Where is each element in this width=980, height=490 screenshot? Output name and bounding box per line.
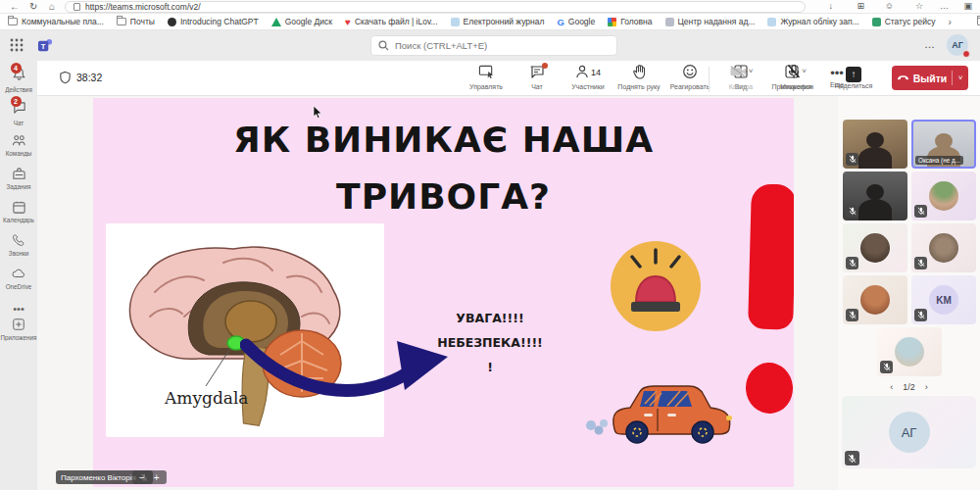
sidebar-item-more[interactable]: ••• bbox=[0, 302, 37, 318]
bookmark-item[interactable]: Центр надання ад... bbox=[665, 17, 756, 26]
camera-chevron-icon[interactable]: ˅ bbox=[749, 67, 754, 75]
page-next-button[interactable]: › bbox=[925, 382, 928, 392]
browser-refresh-icon[interactable]: ↻ bbox=[29, 0, 37, 13]
google-drive-icon bbox=[271, 18, 281, 26]
chatgpt-icon bbox=[168, 18, 176, 26]
zoom-in-button[interactable]: + bbox=[154, 472, 160, 483]
warning-text: УВАГА!!!! НЕБЕЗПЕКА!!!! ! bbox=[416, 306, 564, 379]
chat-button[interactable]: Чат bbox=[512, 64, 563, 90]
apps-plus-icon bbox=[0, 318, 37, 333]
exclamation-dot bbox=[744, 361, 794, 415]
camera-button[interactable]: ˅ Камера bbox=[713, 64, 768, 90]
teams-people-icon bbox=[0, 133, 37, 149]
page-indicator: 1/2 bbox=[903, 382, 915, 392]
mic-muted-icon bbox=[846, 153, 858, 166]
emblem-icon bbox=[665, 18, 674, 26]
participants-button[interactable]: 14 Участники bbox=[563, 64, 613, 90]
participant-avatar-tile[interactable] bbox=[843, 275, 907, 324]
mic-chevron-icon[interactable]: ˅ bbox=[802, 67, 807, 75]
bookmark-item[interactable]: GGoogle bbox=[557, 17, 595, 26]
divider bbox=[709, 67, 710, 92]
zoom-out-button[interactable]: − bbox=[139, 472, 145, 483]
mic-muted-icon bbox=[845, 451, 859, 466]
search-input[interactable] bbox=[370, 35, 617, 56]
more-icon: ••• bbox=[0, 302, 37, 318]
bookmark-item[interactable]: Статус рейсу bbox=[872, 17, 936, 26]
bookmark-item[interactable]: Коммунальные пла... bbox=[8, 17, 104, 26]
backpack-icon bbox=[0, 167, 37, 182]
page-prev-button[interactable]: ‹ bbox=[890, 382, 893, 392]
download-icon[interactable]: ↓ bbox=[829, 0, 834, 13]
split-screen-icon[interactable]: ⊞ bbox=[857, 0, 864, 13]
self-video-tile[interactable]: АГ bbox=[842, 396, 976, 468]
sidebar-item-apps[interactable]: Приложения bbox=[0, 318, 37, 341]
bookmark-item[interactable]: Почты bbox=[117, 17, 155, 26]
mic-muted-icon bbox=[914, 257, 927, 270]
sidebar-item-activity[interactable]: 4 Действия bbox=[0, 67, 37, 93]
share-button[interactable]: ↑ Поделиться bbox=[825, 64, 882, 89]
sidebar-panel-icon[interactable]: ▣ bbox=[963, 0, 972, 13]
browser-home-icon[interactable]: ⌂ bbox=[49, 0, 55, 13]
journal-icon bbox=[451, 18, 460, 26]
mic-muted-icon bbox=[846, 205, 858, 218]
address-bar[interactable]: https://teams.microsoft.com/v2/ bbox=[65, 1, 806, 13]
chat-icon: 2 bbox=[12, 100, 26, 116]
avatar bbox=[929, 233, 958, 263]
avatar bbox=[929, 181, 958, 211]
profile-avatar[interactable]: АГ bbox=[947, 34, 968, 56]
participant-avatar-tile[interactable]: KM bbox=[911, 275, 976, 324]
bookmark-item[interactable]: Головна bbox=[608, 17, 652, 26]
participant-video-tile-active-speaker[interactable]: Оксана (не д... bbox=[911, 120, 976, 169]
mic-muted-icon bbox=[846, 309, 858, 321]
smiley-icon bbox=[682, 64, 698, 80]
presence-busy-dot bbox=[962, 50, 970, 58]
bookmark-item[interactable]: Introducing ChatGPT bbox=[168, 17, 259, 26]
app-launcher-icon[interactable] bbox=[10, 38, 24, 52]
leave-chevron-icon[interactable]: ˅ bbox=[953, 74, 968, 82]
bookmarks-bar: Коммунальные пла... Почты Introducing Ch… bbox=[0, 14, 980, 30]
participant-video-tile[interactable] bbox=[843, 172, 907, 220]
flight-status-icon bbox=[872, 18, 881, 26]
participant-avatar-tile[interactable] bbox=[877, 327, 942, 376]
sidebar-item-calendar[interactable]: Календарь bbox=[0, 200, 37, 223]
participant-avatar-tile[interactable] bbox=[843, 223, 907, 272]
shared-presentation-slide: ЯК ВИНИКАЄ НАША ТРИВОГА? bbox=[93, 98, 794, 487]
phone-icon bbox=[0, 233, 37, 249]
leave-button[interactable]: Выйти ˅ bbox=[892, 66, 968, 90]
sidebar-item-calls[interactable]: Звонки bbox=[0, 233, 37, 257]
participants-pagination: ‹ 1/2 › bbox=[838, 382, 980, 392]
chat-bubble-icon bbox=[529, 64, 545, 80]
bookmark-item[interactable]: Журнал обліку зап... bbox=[767, 17, 858, 26]
avatar bbox=[860, 285, 890, 315]
sidebar-item-teams[interactable]: Команды bbox=[0, 133, 37, 157]
browser-back-icon[interactable]: ← bbox=[10, 0, 20, 13]
bookmark-item[interactable]: Google Диск bbox=[271, 17, 332, 26]
feedback-icon[interactable]: ☺ bbox=[885, 0, 894, 13]
manage-button[interactable]: Управлять bbox=[461, 64, 512, 90]
google-icon: G bbox=[557, 18, 564, 26]
mic-button[interactable]: ˅ Микрофон bbox=[768, 64, 825, 90]
url-text: https://teams.microsoft.com/v2/ bbox=[85, 2, 201, 12]
teams-top-bar: T … АГ bbox=[0, 30, 980, 61]
mouse-cursor-icon bbox=[313, 106, 324, 120]
topbar-more-icon[interactable]: … bbox=[924, 38, 935, 50]
bookmarks-overflow-icon[interactable]: › bbox=[949, 17, 952, 27]
mic-muted-icon bbox=[846, 257, 858, 270]
browser-menu-icon[interactable]: … bbox=[940, 0, 949, 13]
car-illustration bbox=[583, 382, 740, 445]
raise-hand-button[interactable]: Поднять руку bbox=[613, 64, 664, 90]
favorite-star-icon[interactable]: ☆ bbox=[915, 0, 923, 13]
participant-avatar-tile[interactable] bbox=[911, 223, 976, 272]
sidebar-item-assignments[interactable]: Задания bbox=[0, 167, 37, 190]
bookmark-item[interactable]: Електронний журнал bbox=[451, 17, 545, 26]
participant-video-tile[interactable] bbox=[843, 120, 907, 169]
bookmark-item[interactable]: ♥Скачать файл | iLov... bbox=[345, 17, 438, 26]
mic-muted-icon bbox=[914, 205, 927, 218]
meeting-timer: 38:32 bbox=[59, 71, 102, 84]
svg-text:T: T bbox=[41, 42, 46, 51]
sidebar-item-onedrive[interactable]: OneDrive bbox=[0, 267, 37, 290]
participant-avatar-tile[interactable] bbox=[911, 172, 976, 220]
slide-title: ЯК ВИНИКАЄ НАША ТРИВОГА? bbox=[93, 112, 794, 225]
cloud-icon bbox=[0, 267, 37, 282]
sidebar-item-chat[interactable]: 2 Чат bbox=[0, 100, 37, 126]
